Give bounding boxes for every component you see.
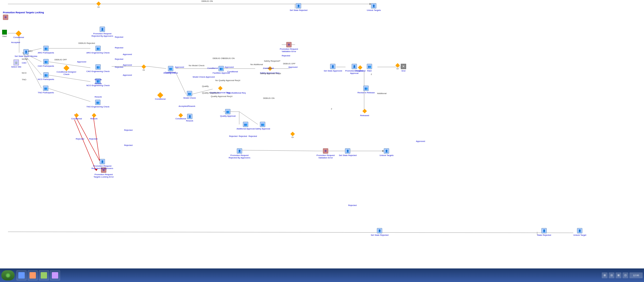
gear-validation: ⚙	[286, 42, 292, 47]
svg-line-15	[48, 88, 90, 102]
label-rejected-bottom: Rejected	[348, 204, 357, 207]
taskbar-item-1[interactable]	[16, 270, 27, 280]
node-or-end: Or	[396, 64, 399, 70]
person-cao-eng: 👥	[95, 64, 101, 70]
label-rej-additional: Rejected	[239, 135, 247, 137]
node-set-state-approved: 👤 Set State Approved	[324, 64, 342, 72]
label-debug-on-3: DEBUG ON	[223, 57, 235, 60]
svg-point-48	[6, 274, 10, 277]
label-accepted-rework: Accepted/Rework	[179, 105, 195, 107]
label-approved-1: Approved	[123, 53, 132, 56]
taskbar-item-2[interactable]	[28, 270, 38, 280]
person-unlock-bottom: 👤	[384, 148, 389, 154]
node-state-rejected-far: 👤 State Rejected	[537, 228, 551, 236]
person-rnd: 👥	[367, 64, 372, 69]
person-drawing: 👥	[168, 66, 173, 71]
person-cao: 👥	[43, 59, 49, 64]
node-set-state-rejected-bottom: 👤 Set State Rejected	[339, 148, 357, 157]
node-conditional-start: Conditional	[13, 31, 24, 39]
node-set-state-rejected-top: 👤 Set State Rejected	[290, 3, 308, 11]
label-debug-on-1: DEBUG ON	[201, 0, 213, 2]
person-icon: 👤	[296, 3, 301, 9]
cond-diamond-1	[74, 113, 79, 118]
tray-icon-3[interactable]: ⊠	[616, 272, 621, 278]
taskbar-right: ⊞ ⊟ ⊠ ⊡ 12:00	[602, 272, 643, 278]
cond-diamond-3	[179, 113, 183, 118]
tray-icon-2[interactable]: ⊟	[609, 272, 614, 278]
label-debug-on-4: DEBUG ON	[263, 97, 275, 99]
node-additional-approval: 👥 Additional Approval	[237, 122, 255, 130]
person-revise: 👥	[363, 86, 369, 91]
label-debug-on-2: DEBUG ON	[213, 57, 224, 60]
page-title: Promotion Request Targets Locking	[3, 11, 44, 14]
label-rejected-3: Rejected	[115, 58, 123, 60]
node-set-state-under-review: 👤 Set State Under Review	[15, 49, 37, 57]
cond-promo-diamond	[358, 65, 363, 70]
tray-icon-1[interactable]: ⊞	[602, 272, 608, 278]
node-cond-small-3: Conditional	[175, 114, 186, 120]
label-none: NONE	[22, 58, 28, 60]
node-cao-participants: 👥 CAO Participants	[38, 59, 54, 67]
node-or-lower: Or	[291, 132, 294, 138]
node-promo-rejected-top: 👤 Promotion Request Rejected By Approver…	[90, 27, 114, 37]
designer-diamond	[64, 65, 70, 71]
label-appr-additional: Appr/Additional Req	[227, 92, 246, 94]
label-quality-required: Quality Required?	[202, 92, 219, 94]
node-released: Released	[360, 108, 369, 117]
node-promo-validation-error: ⚙ Promotion Request Validation Error	[277, 42, 301, 53]
label-cond-1: Conditional	[263, 67, 274, 69]
node-rnd: 👥 R&D	[367, 64, 372, 72]
person-state-approved: 👤	[330, 64, 335, 69]
tray-icon-4[interactable]: ⊡	[622, 272, 628, 278]
label-debug-off: DEBUG OFF	[54, 58, 67, 61]
label-rejected-2: Rejected	[115, 47, 123, 49]
cond-diamond-2	[92, 113, 96, 118]
gear-validation-2: ⚙	[323, 148, 328, 154]
node-tno-participants: 👥 TNO Participants	[38, 86, 54, 94]
site-icon: 🏢	[14, 60, 19, 65]
taskbar-item-3[interactable]	[39, 270, 49, 280]
person-facilities: 👥	[218, 66, 224, 71]
node-cond-small-2: Rework	[90, 114, 98, 120]
label-approved-facilities: Approved	[225, 66, 234, 68]
person-state-rej-far: 👤	[541, 228, 547, 233]
node-set-state-rej-far: 👤 Set State Rejected	[371, 228, 389, 236]
label-safety-reqd: Safety Approval Req'd	[260, 72, 281, 75]
end-icon: ✕	[401, 64, 406, 69]
label-tno: TNO	[22, 78, 26, 81]
cond-model-diamond	[157, 92, 163, 98]
or-lower-diamond	[291, 132, 295, 136]
node-start: Start	[2, 30, 7, 37]
label-no-additional: No Additional	[250, 63, 263, 66]
person-icon-2: 👤	[371, 3, 376, 9]
person-aro-eng: 👥	[95, 46, 101, 51]
node-aro-eng: 👥 ARO Engineering Check	[86, 46, 110, 54]
conditional-diamond	[16, 31, 22, 37]
or-end-diamond	[395, 63, 400, 68]
node-tno-eng: 👥 TNO Engineering Check	[86, 100, 110, 108]
label-cond-drawing: Conditional	[165, 71, 175, 74]
label-qualify: Qualify	[202, 85, 209, 87]
label-approved-drawing: Approved	[175, 66, 184, 68]
taskbar: ⊞ ⊟ ⊠ ⊡ 12:00	[0, 268, 644, 282]
node-or-middle: Or	[142, 65, 145, 71]
taskbar-item-4[interactable]	[50, 270, 60, 280]
label-no-quality: No Quality Approval Req'd	[215, 79, 240, 82]
tray-icon-clock[interactable]: 12:00	[629, 272, 643, 278]
node-promo-validation-bottom: ⚙ Promotion Request Validation Error	[314, 148, 338, 159]
label-nco: NCO	[22, 72, 27, 74]
node-promo-rejected-bottom: 👤 Promotion Request Rejected By Approver…	[228, 148, 251, 159]
node-aro-participants: 👥 ARO Participants	[38, 46, 54, 54]
start-icon	[2, 30, 7, 35]
label-safety-required: Safety Required?	[264, 60, 280, 62]
node-unlock-far: 👤 Unlock Target	[573, 228, 586, 236]
label-no-model-check: No Model Check	[189, 64, 204, 67]
node-end: ✕ End	[401, 64, 406, 72]
node-quality-approval: 👥 Quality Approval	[220, 109, 235, 117]
label-approved-final: Approved	[416, 140, 425, 142]
label-rej-quality: Rejected	[229, 135, 238, 137]
label-rej-validation: Rejected	[282, 54, 290, 57]
label-rejected-bottom2: Rejected	[89, 138, 98, 140]
label-debug-off-2: DEBUG OFF	[283, 62, 296, 65]
start-button[interactable]	[1, 270, 15, 280]
